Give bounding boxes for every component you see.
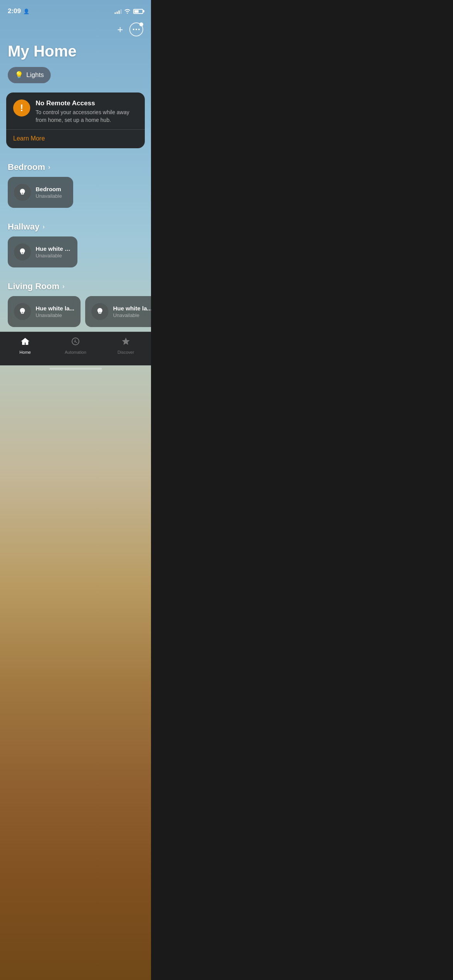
bedroom-room-title: Bedroom (8, 162, 45, 172)
hallway-device-name: Hue white la... (36, 245, 71, 252)
bedroom-chevron-icon: › (48, 164, 50, 171)
bedroom-room-header[interactable]: Bedroom › (8, 162, 143, 172)
home-tab-label: Home (19, 350, 31, 355)
tab-discover[interactable]: Discover (101, 337, 151, 355)
hallway-chevron-icon: › (43, 223, 45, 230)
lights-filter-chip[interactable]: 💡 Lights (8, 67, 51, 83)
discover-tab-icon (121, 337, 130, 348)
living-room-device-card-1[interactable]: Hue white la... Unavailable (8, 296, 81, 327)
bulb-icon (18, 307, 27, 316)
alert-warning-icon: ! (20, 103, 23, 113)
tab-automation[interactable]: Automation (50, 337, 101, 355)
alert-title: No Remote Access (36, 99, 138, 107)
person-icon: 👤 (23, 9, 29, 14)
hallway-room-header[interactable]: Hallway › (8, 222, 143, 232)
filter-row: 💡 Lights (0, 67, 151, 91)
hallway-device-status: Unavailable (36, 253, 71, 259)
hallway-section: Hallway › Hue white la... Unavailable (0, 222, 151, 267)
bedroom-device-grid: Bedroom Unavailable (8, 177, 143, 208)
hallway-device-card[interactable]: Hue white la... Unavailable (8, 236, 77, 267)
bedroom-device-name: Bedroom (36, 186, 67, 192)
tab-bar: Home Automation Discover (0, 332, 151, 365)
more-button[interactable] (129, 22, 143, 36)
living-room-device-card-2[interactable]: Hue white la... Unavailable (85, 296, 151, 327)
living-room-header[interactable]: Living Room › (8, 281, 143, 291)
hallway-device-icon-wrap (14, 243, 31, 260)
lights-chip-icon: 💡 (15, 71, 23, 79)
home-indicator (50, 368, 102, 370)
living-room-device-grid: Hue white la... Unavailable Hue white la… (8, 296, 143, 327)
living-device-1-name: Hue white la... (36, 305, 74, 312)
bedroom-device-icon-wrap (14, 184, 31, 201)
bedroom-device-card[interactable]: Bedroom Unavailable (8, 177, 73, 208)
status-time: 2:09 👤 (8, 7, 29, 15)
status-icons (115, 8, 143, 15)
living-device-1-status: Unavailable (36, 312, 74, 318)
page-title: My Home (0, 39, 151, 67)
living-room-section: Living Room › Hue white la... Unavailabl… (0, 281, 151, 327)
hallway-device-grid: Hue white la... Unavailable (8, 236, 143, 267)
automation-tab-icon (71, 337, 80, 348)
living-room-device-2-icon-wrap (91, 303, 108, 320)
alert-card: ! No Remote Access To control your acces… (6, 93, 145, 148)
learn-more-button[interactable]: Learn More (13, 130, 45, 148)
header-actions: + (0, 19, 151, 39)
alert-icon-wrap: ! (13, 99, 30, 117)
living-room-title: Living Room (8, 281, 59, 291)
hallway-room-title: Hallway (8, 222, 39, 232)
living-device-2-name: Hue white la... (113, 305, 151, 312)
bedroom-section: Bedroom › Bedroom Unavailable (0, 162, 151, 208)
status-bar: 2:09 👤 (0, 0, 151, 19)
bulb-icon (96, 307, 104, 316)
living-device-2-status: Unavailable (113, 312, 151, 318)
tab-home[interactable]: Home (0, 337, 50, 355)
bulb-icon (18, 188, 27, 197)
battery-icon (133, 9, 143, 14)
living-room-chevron-icon: › (62, 283, 64, 290)
automation-tab-label: Automation (65, 350, 86, 355)
notification-dot (139, 22, 143, 26)
wifi-icon (124, 8, 131, 15)
add-button[interactable]: + (117, 24, 123, 36)
alert-description: To control your accessories while away f… (36, 109, 138, 124)
bedroom-device-status: Unavailable (36, 193, 67, 199)
home-tab-icon (20, 337, 30, 348)
more-menu-circle (129, 22, 143, 36)
bulb-icon (18, 248, 27, 256)
signal-icon (115, 9, 122, 14)
discover-tab-label: Discover (118, 350, 134, 355)
living-room-device-1-icon-wrap (14, 303, 31, 320)
time-display: 2:09 (8, 7, 21, 15)
lights-chip-label: Lights (26, 71, 44, 79)
main-page: 2:09 👤 + (0, 0, 151, 370)
